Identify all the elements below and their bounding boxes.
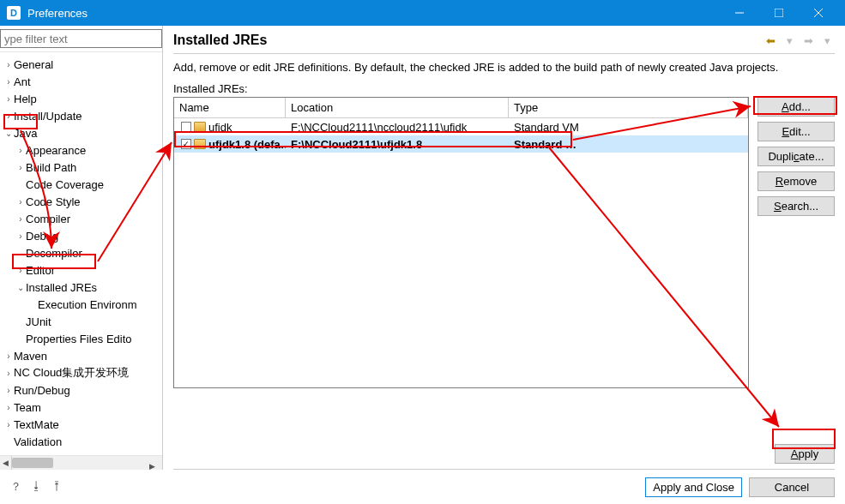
tree-label: Help xyxy=(14,93,37,105)
tree-item-textmate[interactable]: ›TextMate xyxy=(0,416,162,433)
jre-table[interactable]: Name Location Type ufidk F:\NCCloud2111\… xyxy=(173,97,749,388)
scroll-right-icon[interactable]: ▶ xyxy=(142,456,162,470)
tree-label: Maven xyxy=(14,350,47,363)
row-checkbox[interactable]: ✓ xyxy=(181,139,191,149)
tree-label: TextMate xyxy=(14,418,59,431)
tree-label: NC Cloud集成开发环境 xyxy=(14,365,129,381)
table-row[interactable]: ✓ ufjdk1.8 (defa… F:\NCCloud2111\ufjdk1.… xyxy=(174,135,748,153)
dialog-button-bar: ？ ⭳ ⭱ Apply and Close Cancel xyxy=(0,470,845,504)
tree-item-junit[interactable]: JUnit xyxy=(0,313,162,330)
tree-label: Execution Environm xyxy=(38,298,137,311)
minimize-button[interactable] xyxy=(720,0,759,26)
tree-item-maven[interactable]: ›Maven xyxy=(0,347,162,364)
scroll-thumb[interactable] xyxy=(12,458,53,468)
tree-item-code-coverage[interactable]: Code Coverage xyxy=(0,176,162,193)
row-checkbox[interactable] xyxy=(181,122,191,132)
tree-label: Build Path xyxy=(26,161,76,174)
tree-label: General xyxy=(14,58,53,71)
tree-item-nc-cloud[interactable]: ›NC Cloud集成开发环境 xyxy=(0,364,162,381)
column-location[interactable]: Location xyxy=(286,98,509,117)
row-name: ufidk xyxy=(208,121,232,134)
tree-label: Debug xyxy=(26,230,58,243)
table-body: ufidk F:\NCCloud2111\nccloud2111\ufidk S… xyxy=(174,118,748,153)
tree-label: Validation xyxy=(14,435,62,448)
import-icon[interactable]: ⭳ xyxy=(31,479,46,495)
column-name[interactable]: Name xyxy=(174,98,286,117)
tree-label: Java xyxy=(14,127,37,140)
tree-label: Properties Files Edito xyxy=(26,333,132,345)
back-menu-icon[interactable]: ▾ xyxy=(782,33,797,48)
tree-item-xml[interactable]: ›XML xyxy=(0,450,162,456)
jre-icon xyxy=(194,139,206,149)
column-type[interactable]: Type xyxy=(509,98,748,117)
button-column: Add... Edit... Duplicate... Remove Searc… xyxy=(757,97,835,388)
tree-item-properties-editor[interactable]: Properties Files Edito xyxy=(0,330,162,347)
page-content: Installed JREs ⬅ ▾ ➡ ▾ Add, remove or ed… xyxy=(163,26,845,470)
page-nav-icons: ⬅ ▾ ➡ ▾ xyxy=(763,33,835,48)
tree-label: Code Coverage xyxy=(26,178,104,191)
table-row[interactable]: ufidk F:\NCCloud2111\nccloud2111\ufidk S… xyxy=(174,118,748,135)
table-header: Name Location Type xyxy=(174,98,748,118)
tree-item-decompiler[interactable]: Decompiler xyxy=(0,244,162,261)
export-icon[interactable]: ⭱ xyxy=(51,479,67,495)
tree-label: Team xyxy=(14,401,41,414)
page-title: Installed JREs xyxy=(173,33,763,48)
tree-item-code-style[interactable]: ›Code Style xyxy=(0,193,162,210)
preference-tree[interactable]: ›General ›Ant ›Help ›Install/Update ⌄Jav… xyxy=(0,51,162,456)
jre-icon xyxy=(194,122,206,132)
tree-label: Editor xyxy=(26,264,55,277)
apply-button[interactable]: Apply xyxy=(775,444,835,464)
apply-and-close-button[interactable]: Apply and Close xyxy=(645,477,742,497)
app-icon: D xyxy=(7,6,21,20)
tree-item-ant[interactable]: ›Ant xyxy=(0,73,162,90)
tree-item-java[interactable]: ⌄Java xyxy=(0,124,162,141)
tree-item-execution-environments[interactable]: Execution Environm xyxy=(0,296,162,313)
back-icon[interactable]: ⬅ xyxy=(763,33,778,48)
scroll-left-icon[interactable]: ◀ xyxy=(0,456,12,470)
window-title: Preferences xyxy=(27,7,720,20)
row-type: Standard VM xyxy=(509,121,748,134)
tree-item-build-path[interactable]: ›Build Path xyxy=(0,159,162,176)
add-button[interactable]: Add... xyxy=(757,97,835,117)
duplicate-button[interactable]: Duplicate... xyxy=(757,147,835,166)
tree-item-installed-jres[interactable]: ⌄Installed JREs xyxy=(0,279,162,296)
tree-label: JUnit xyxy=(26,315,51,328)
search-button[interactable]: Search... xyxy=(757,196,835,216)
tree-item-run-debug[interactable]: ›Run/Debug xyxy=(0,381,162,399)
tree-item-team[interactable]: ›Team xyxy=(0,399,162,416)
maximize-button[interactable] xyxy=(759,0,799,26)
cancel-button[interactable]: Cancel xyxy=(749,477,835,497)
close-button[interactable] xyxy=(799,0,838,26)
tree-label: Code Style xyxy=(26,195,81,208)
svg-rect-1 xyxy=(775,9,783,17)
row-location: F:\NCCloud2111\ufjdk1.8 xyxy=(286,138,509,151)
page-description: Add, remove or edit JRE definitions. By … xyxy=(173,61,835,74)
tree-label: Decompiler xyxy=(26,247,82,260)
forward-menu-icon[interactable]: ▾ xyxy=(819,33,835,48)
tree-horizontal-scrollbar[interactable]: ◀ ▶ xyxy=(0,456,162,470)
tree-label: Compiler xyxy=(26,213,70,225)
tree-item-help[interactable]: ›Help xyxy=(0,90,162,107)
remove-button[interactable]: Remove xyxy=(757,171,835,191)
tree-item-appearance[interactable]: ›Appearance xyxy=(0,141,162,159)
tree-item-compiler[interactable]: ›Compiler xyxy=(0,210,162,227)
tree-item-general[interactable]: ›General xyxy=(0,56,162,73)
tree-label: Run/Debug xyxy=(14,384,70,397)
tree-label: Install/Update xyxy=(14,110,82,123)
tree-label: Installed JREs xyxy=(26,281,97,294)
forward-icon[interactable]: ➡ xyxy=(800,33,816,48)
table-label: Installed JREs: xyxy=(173,82,835,95)
row-type: Standard … xyxy=(509,138,748,151)
edit-button[interactable]: Edit... xyxy=(757,122,835,141)
tree-item-debug[interactable]: ›Debug xyxy=(0,227,162,244)
row-name: ufjdk1.8 (defa… xyxy=(208,138,286,151)
row-location: F:\NCCloud2111\nccloud2111\ufidk xyxy=(286,121,509,134)
tree-item-install-update[interactable]: ›Install/Update xyxy=(0,107,162,124)
title-bar: D Preferences xyxy=(0,0,845,26)
help-icon[interactable]: ？ xyxy=(10,479,26,495)
tree-item-validation[interactable]: Validation xyxy=(0,433,162,450)
sidebar: ›General ›Ant ›Help ›Install/Update ⌄Jav… xyxy=(0,26,163,470)
tree-label: Ant xyxy=(14,75,31,88)
tree-item-editor[interactable]: ›Editor xyxy=(0,261,162,279)
filter-input[interactable] xyxy=(0,29,162,48)
